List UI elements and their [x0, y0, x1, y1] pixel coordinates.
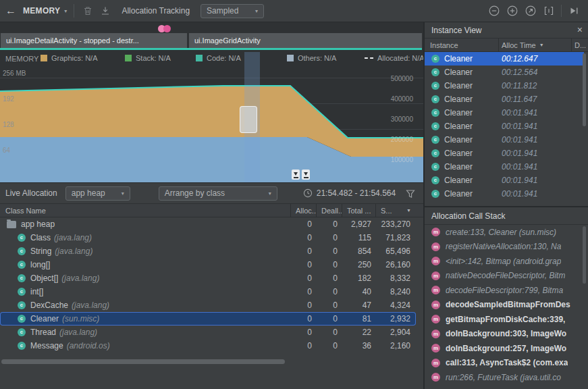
profiler-tab-dropdown[interactable]: MEMORY — [23, 6, 67, 16]
allocation-tracking-label: Allocation Tracking — [122, 6, 190, 16]
call-stack-scrollbar-thumb[interactable] — [583, 226, 586, 284]
stack-frame-row[interactable]: decodeFileDescriptor:799, Bitma — [425, 283, 585, 298]
trash-icon[interactable] — [82, 5, 93, 16]
instance-view-titlebar: Instance View — [425, 22, 588, 38]
class-table-header: Class Name Alloc... Deall... Total ... S… — [0, 204, 423, 217]
stack-frame-row[interactable]: nativeDecodeFileDescriptor, Bitm — [425, 269, 585, 284]
instance-row[interactable]: Cleaner 00:11.647 — [425, 93, 584, 106]
selection-handle[interactable] — [240, 106, 257, 133]
selection-range-text: 21:54.482 - 21:54.564 — [317, 188, 396, 198]
stack-frame-text: doInBackground:257, ImageWo — [446, 344, 566, 353]
instance-name: Cleaner — [444, 68, 473, 77]
zoom-in-icon[interactable] — [506, 5, 518, 17]
session-activity-previous[interactable]: ui.ImageDetailActivity - stopped - destr… — [1, 33, 187, 48]
instance-name: Cleaner — [444, 189, 473, 199]
arrange-select-value: Arrange by class — [165, 188, 225, 198]
reset-zoom-icon[interactable] — [525, 5, 537, 17]
stack-frame-row[interactable]: getBitmapFromDiskCache:339, — [425, 312, 585, 327]
heap-dump-icon[interactable] — [100, 5, 111, 16]
column-deallocations[interactable]: Deall... — [316, 204, 342, 217]
instance-icon — [431, 163, 439, 171]
instance-row[interactable]: Cleaner 00:01.941 — [425, 147, 584, 160]
class-name-cell: int[] — [0, 287, 290, 296]
instance-row[interactable]: Cleaner 00:01.941 — [425, 187, 584, 201]
hscroll-thumb[interactable] — [1, 359, 285, 364]
shallow-size: 4,324 — [375, 301, 415, 310]
instance-name: Cleaner — [444, 81, 473, 90]
table-row[interactable]: Class (java.lang) 0 0 115 71,823 — [0, 231, 416, 244]
class-icon — [18, 261, 26, 269]
table-row[interactable]: Cleaner (sun.misc) 0 0 81 2,932 — [0, 312, 416, 326]
method-icon — [431, 344, 440, 353]
toolbar-separator — [561, 5, 562, 17]
go-live-icon[interactable] — [568, 5, 580, 17]
table-row[interactable]: long[] 0 0 250 26,160 — [0, 258, 416, 271]
dealloc-count: 0 — [316, 287, 342, 296]
total-count: 47 — [342, 301, 375, 310]
column-shallow-size[interactable]: S... — [375, 204, 415, 217]
instance-scrollbar-thumb[interactable] — [583, 53, 586, 126]
stack-frame-row[interactable]: <init>:142, Bitmap (android.grap — [425, 254, 585, 269]
table-row[interactable]: DexCache (java.lang) 0 0 47 4,324 — [0, 299, 416, 312]
class-package: (java.lang) — [59, 328, 97, 337]
table-row[interactable]: String (java.lang) 0 0 854 65,496 — [0, 244, 416, 258]
stack-frame-row[interactable]: call:313, AsyncTask$2 (com.exa — [425, 356, 585, 371]
arrange-select[interactable]: Arrange by class — [159, 186, 277, 201]
instance-row[interactable]: Cleaner 00:01.941 — [425, 160, 584, 174]
legend-item-allocated: Allocated: N/A — [365, 54, 423, 62]
stack-frame-row[interactable]: registerNativeAllocation:130, Na — [425, 240, 585, 255]
memory-chart[interactable]: 256 MB 192 128 64 500000 400000 300000 2… — [0, 68, 423, 186]
column-dealloc[interactable]: D... — [574, 38, 586, 52]
instance-row[interactable]: Cleaner 00:11.812 — [425, 79, 584, 93]
zoom-out-icon[interactable] — [488, 5, 500, 17]
table-row[interactable]: int[] 0 0 40 8,240 — [0, 285, 416, 299]
column-instance[interactable]: Instance — [430, 38, 458, 52]
class-package: (java.lang) — [72, 301, 109, 310]
column-class-name[interactable]: Class Name — [0, 204, 290, 217]
instance-icon — [431, 122, 439, 130]
close-icon[interactable] — [577, 24, 583, 35]
call-stack-scrollbar[interactable] — [583, 226, 586, 382]
instance-scrollbar[interactable] — [583, 53, 586, 198]
selection-grip-left[interactable] — [292, 170, 300, 180]
alloc-count: 0 — [290, 219, 316, 229]
zoom-to-selection-icon[interactable] — [543, 5, 555, 17]
alloc-time: 00:11.647 — [502, 95, 537, 104]
stack-frame-row[interactable]: decodeSampledBitmapFromDes — [425, 298, 585, 313]
stack-frame-row[interactable]: doInBackground:257, ImageWo — [425, 341, 585, 356]
back-arrow-icon[interactable] — [5, 5, 20, 17]
column-allocations[interactable]: Alloc... — [290, 204, 316, 217]
touch-event-marker — [163, 25, 171, 32]
column-total-count[interactable]: Total ... — [342, 204, 375, 217]
table-row[interactable]: app heap 0 0 2,927 233,270 — [0, 217, 416, 231]
shallow-size: 65,496 — [375, 247, 415, 256]
table-row[interactable]: Thread (java.lang) 0 0 22 2,904 — [0, 326, 416, 339]
instance-row[interactable]: Cleaner 00:01.941 — [425, 120, 584, 133]
table-row[interactable]: Message (android.os) 0 0 36 2,160 — [0, 339, 416, 353]
stack-frame-row[interactable]: doInBackground:303, ImageWo — [425, 327, 585, 342]
stack-frame-row[interactable]: create:133, Cleaner (sun.misc) — [425, 225, 585, 240]
class-name: Class — [30, 233, 51, 242]
instance-icon — [431, 176, 439, 184]
selection-grip-right[interactable] — [302, 170, 310, 180]
table-row[interactable]: Object[] (java.lang) 0 0 182 8,332 — [0, 271, 416, 285]
instance-name: Cleaner — [444, 108, 473, 118]
activity-label: ui.ImageDetailActivity - stopped - destr… — [6, 36, 139, 45]
instance-name: Cleaner — [444, 162, 473, 172]
instance-row[interactable]: Cleaner 00:01.941 — [425, 106, 584, 120]
dealloc-count: 0 — [316, 301, 342, 310]
instance-row[interactable]: Cleaner 00:12.564 — [425, 66, 584, 79]
filter-icon[interactable] — [406, 189, 415, 201]
svg-text:256 MB: 256 MB — [3, 70, 26, 77]
instance-row[interactable]: Cleaner 00:01.941 — [425, 174, 584, 187]
heap-select[interactable]: app heap — [65, 186, 130, 201]
shallow-size: 233,270 — [375, 219, 415, 229]
chart-legend-row: MEMORY Graphics: N/AStack: N/ACode: N/AO… — [0, 54, 422, 64]
instance-row[interactable]: Cleaner 00:12.647 — [425, 52, 584, 66]
instance-row[interactable]: Cleaner 00:01.941 — [425, 133, 584, 147]
column-alloc-time[interactable]: Alloc Time — [502, 38, 544, 52]
session-activity-current[interactable]: ui.ImageGridActivity — [189, 33, 422, 48]
stack-frame-row[interactable]: run:266, FutureTask (java.util.co — [425, 370, 585, 385]
sampling-mode-select[interactable]: Sampled — [201, 4, 264, 18]
class-table-hscroll[interactable] — [0, 353, 423, 367]
